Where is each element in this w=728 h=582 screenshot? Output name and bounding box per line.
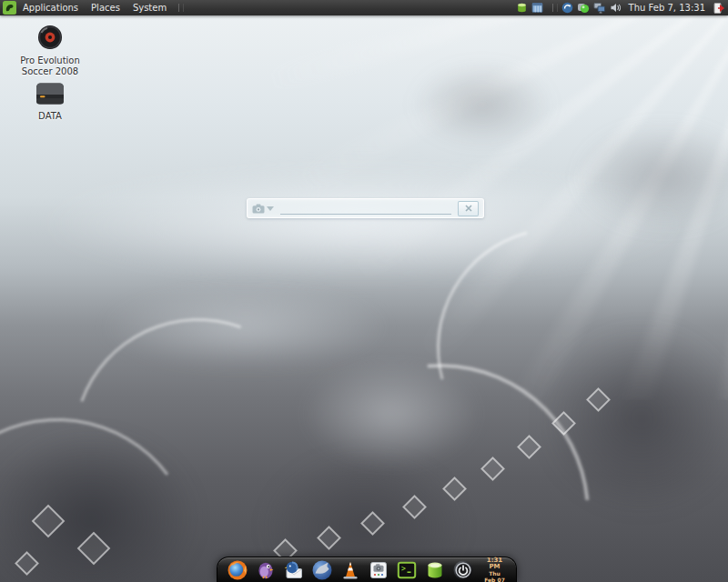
dock-item-terminal[interactable]: >: [396, 559, 418, 581]
network-icon[interactable]: [593, 2, 606, 14]
wallpaper: [0, 0, 728, 582]
dock-clock-day: Thu: [489, 570, 500, 577]
logout-icon[interactable]: [713, 2, 725, 15]
menu-system[interactable]: System: [126, 2, 173, 14]
dock-item-pidgin[interactable]: [255, 559, 277, 581]
desktop-icon-label: DATA: [5, 111, 96, 122]
distro-logo-icon[interactable]: [3, 1, 16, 15]
search-action-button[interactable]: [458, 201, 479, 216]
screenshot-icon: [368, 559, 389, 581]
update-icon[interactable]: [561, 2, 573, 14]
workspace-window-icon[interactable]: [531, 2, 543, 14]
menu-places[interactable]: Places: [85, 2, 126, 14]
desktop-icon-pro-evolution-soccer[interactable]: Pro Evolution Soccer 2008: [5, 24, 96, 77]
top-panel: Applications Places System: [0, 0, 728, 15]
hard-drive-icon: [35, 82, 66, 110]
panel-clock[interactable]: Thu Feb 7, 13:31: [629, 3, 705, 13]
dock: > 1:31 PM Thu Feb 07: [217, 557, 517, 582]
battery-icon: [424, 559, 446, 581]
dock-item-firefox[interactable]: [227, 559, 248, 581]
dock-clock[interactable]: 1:31 PM Thu Feb 07: [482, 557, 507, 582]
dock-item-vlc[interactable]: [339, 559, 361, 581]
status-orb-icon[interactable]: [577, 2, 590, 14]
x-icon: [464, 204, 473, 213]
search-bar: [247, 198, 484, 218]
dock-item-screenshot[interactable]: [368, 559, 389, 581]
dock-clock-time: 1:31 PM: [482, 557, 507, 570]
pidgin-icon: [255, 559, 277, 581]
game-disc-icon: [36, 24, 64, 55]
dock-item-power[interactable]: [452, 559, 474, 581]
search-input[interactable]: [280, 202, 451, 215]
storage-icon[interactable]: [516, 2, 528, 14]
camera-icon: [252, 204, 265, 214]
dock-item-battery[interactable]: [424, 559, 446, 581]
firefox-icon: [227, 559, 248, 581]
menu-applications[interactable]: Applications: [16, 2, 85, 14]
thunderbird-icon: [283, 559, 305, 581]
desktop-icon-label: Pro Evolution Soccer 2008: [5, 55, 96, 77]
camera-dropdown[interactable]: [252, 204, 274, 214]
vlc-icon: [339, 559, 361, 581]
desktop-icon-data-drive[interactable]: DATA: [5, 82, 96, 122]
desktop-screen: Applications Places System: [0, 0, 728, 582]
dock-clock-date: Feb 07: [484, 577, 505, 582]
volume-icon[interactable]: [610, 2, 622, 14]
dock-item-amarok[interactable]: [311, 559, 333, 581]
menu-grip: [178, 4, 184, 12]
tray-grip: [552, 4, 558, 12]
terminal-icon: >: [396, 559, 418, 581]
dock-item-thunderbird[interactable]: [283, 559, 305, 581]
chevron-down-icon: [267, 206, 274, 211]
amarok-icon: [311, 559, 333, 581]
power-icon: [452, 559, 474, 581]
terminal-prompt-glyph: >: [401, 564, 406, 572]
